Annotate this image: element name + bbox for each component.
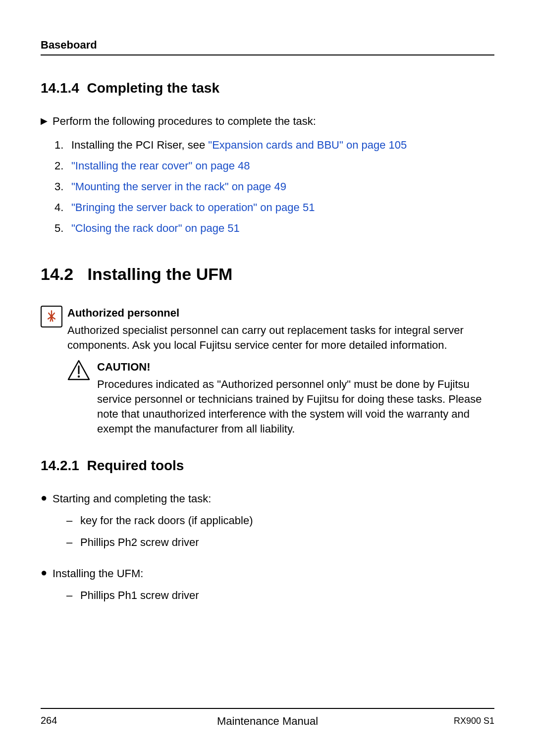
link-back-operation[interactable]: "Bringing the server back to operation" … bbox=[71, 201, 315, 214]
step-3: 3. "Mounting the server in the rack" on … bbox=[54, 180, 494, 193]
section-number: 14.1.4 bbox=[41, 80, 79, 96]
step-text: Installing the PCI Riser, see bbox=[71, 139, 208, 151]
triangle-bullet-icon: ▶ bbox=[41, 114, 53, 126]
step-number: 2. bbox=[54, 160, 71, 172]
link-rear-cover[interactable]: "Installing the rear cover" on page 48 bbox=[71, 160, 250, 172]
step-2: 2. "Installing the rear cover" on page 4… bbox=[54, 160, 494, 172]
section-heading-completing: 14.1.4 Completing the task bbox=[41, 80, 494, 96]
list-item: –Phillips Ph2 screw driver bbox=[66, 535, 494, 550]
svg-point-2 bbox=[78, 376, 80, 378]
section-number: 14.2 bbox=[41, 265, 73, 283]
caution-title: CAUTION! bbox=[97, 360, 494, 375]
bullet-text: Starting and completing the task: bbox=[53, 491, 494, 506]
footer-center: Maintenance Manual bbox=[41, 715, 494, 728]
section-title: Required tools bbox=[87, 458, 184, 473]
step-number: 5. bbox=[54, 222, 71, 235]
authorized-body: Authorized specialist personnel can carr… bbox=[67, 323, 494, 352]
authorized-personnel-icon bbox=[41, 306, 62, 327]
intro-text: Perform the following procedures to comp… bbox=[53, 114, 316, 129]
step-number: 4. bbox=[54, 201, 71, 214]
section-title: Installing the UFM bbox=[88, 265, 233, 283]
dot-bullet-icon: ● bbox=[41, 566, 53, 579]
step-number: 3. bbox=[54, 180, 71, 193]
link-mounting-rack[interactable]: "Mounting the server in the rack" on pag… bbox=[71, 180, 286, 193]
svg-point-0 bbox=[50, 315, 53, 318]
list-item: –Phillips Ph1 screw driver bbox=[66, 588, 494, 603]
page-header: Baseboard bbox=[41, 39, 494, 55]
section-number: 14.2.1 bbox=[41, 458, 79, 473]
link-expansion-cards[interactable]: "Expansion cards and BBU" on page 105 bbox=[208, 139, 407, 151]
step-4: 4. "Bringing the server back to operatio… bbox=[54, 201, 494, 214]
bullet-text: Installing the UFM: bbox=[53, 566, 494, 581]
authorized-title: Authorized personnel bbox=[67, 306, 494, 321]
section-heading-required-tools: 14.2.1 Required tools bbox=[41, 458, 494, 474]
dot-bullet-icon: ● bbox=[41, 491, 53, 504]
page-footer: 264 Maintenance Manual RX900 S1 bbox=[41, 708, 494, 726]
caution-triangle-icon bbox=[67, 360, 90, 380]
section-heading-installing-ufm: 14.2 Installing the UFM bbox=[41, 265, 494, 284]
dash-text: Phillips Ph2 screw driver bbox=[80, 535, 199, 550]
caution-body: Procedures indicated as "Authorized pers… bbox=[97, 377, 494, 436]
section-title: Completing the task bbox=[87, 80, 219, 96]
dash-text: Phillips Ph1 screw driver bbox=[80, 588, 199, 603]
link-closing-rack-door[interactable]: "Closing the rack door" on page 51 bbox=[71, 222, 240, 235]
step-1: 1. Installing the PCI Riser, see "Expans… bbox=[54, 139, 494, 152]
dash-text: key for the rack doors (if applicable) bbox=[80, 513, 253, 528]
step-5: 5. "Closing the rack door" on page 51 bbox=[54, 222, 494, 235]
list-item: –key for the rack doors (if applicable) bbox=[66, 513, 494, 528]
step-number: 1. bbox=[54, 139, 71, 152]
